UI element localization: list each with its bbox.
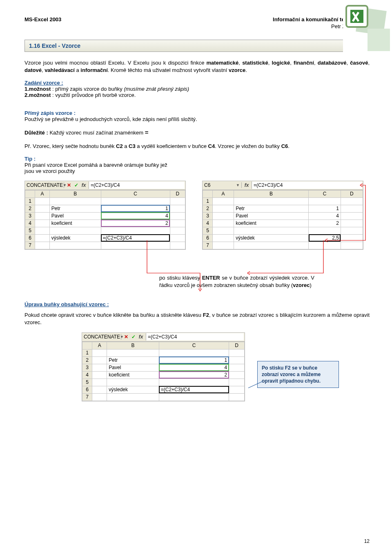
fx-icon[interactable]: fx bbox=[138, 334, 144, 340]
cancel-icon[interactable]: ✕ bbox=[66, 182, 72, 188]
formula-input-bottom[interactable]: =(C2+C3)/C4 bbox=[146, 333, 244, 341]
option-2: 2.možnost : využití průvodce při tvorbě … bbox=[24, 92, 370, 98]
svg-rect-2 bbox=[368, 29, 390, 51]
heading-primy-zapis: Přímý zápis vzorce : bbox=[24, 110, 370, 116]
name-box-bottom[interactable]: CONCATENATE ▼ bbox=[82, 334, 121, 340]
formula-bar-right: C6 ▼ fx =(C2+C3)/C4 bbox=[203, 181, 363, 190]
excel-grid-right[interactable]: ABCD 1 2Petr1 3Pavel4 4koeficient2 5 6vý… bbox=[203, 190, 363, 249]
dropdown-icon[interactable]: ▼ bbox=[236, 183, 240, 187]
header-left: MS-Excel 2003 bbox=[24, 16, 61, 22]
tip-text: Při psaní vzorce Excel pomáhá a barevně … bbox=[24, 162, 172, 174]
formula-bar-left: CONCATENATE ▼ ✕ ✓ fx =(C2+C3)/C4 bbox=[25, 181, 185, 190]
tip-label: Tip : bbox=[24, 156, 172, 162]
decorative-corner-graphic bbox=[343, 4, 392, 53]
heading-uprava: Úprava buňky obsahující vzorec : bbox=[24, 301, 370, 307]
important-note: Důležité : Každý vzorec musí začínat zna… bbox=[24, 128, 370, 137]
intro-paragraph: Vzorce jsou velmi mocnou oblastí Excelu.… bbox=[24, 59, 370, 74]
excel-grid-left[interactable]: ABCD 1 2Petr1 3Pavel4 4koeficient2 5 6vý… bbox=[25, 190, 185, 249]
formula-input-left[interactable]: =(C2+C3)/C4 bbox=[89, 182, 185, 189]
excel-screenshot-editing: CONCATENATE ▼ ✕ ✓ fx =(C2+C3)/C4 ABCD 1 … bbox=[24, 181, 186, 250]
primy-text: Používý se převážně u jednoduchých vzorc… bbox=[24, 116, 370, 122]
confirm-icon[interactable]: ✓ bbox=[130, 334, 137, 340]
example-paragraph: Př. Vzorec, který sečte hodnotu buněk C2… bbox=[24, 143, 370, 150]
f2-callout-box: Po stisku F2 se v buňce zobrazí vzorec a… bbox=[257, 361, 339, 388]
name-box-left[interactable]: CONCATENATE ▼ bbox=[25, 182, 64, 188]
uprava-text: Pokud chcete opravit vzorec v buňce klik… bbox=[24, 311, 370, 326]
header-author: Petr Zlatohlávek bbox=[24, 23, 370, 29]
name-box-right[interactable]: C6 ▼ bbox=[203, 182, 242, 188]
excel-screenshots-row: CONCATENATE ▼ ✕ ✓ fx =(C2+C3)/C4 ABCD 1 … bbox=[24, 181, 370, 250]
formula-bar-bottom: CONCATENATE ▼ ✕ ✓ fx =(C2+C3)/C4 bbox=[82, 333, 245, 342]
fx-icon[interactable]: fx bbox=[80, 182, 87, 188]
cancel-icon[interactable]: ✕ bbox=[123, 334, 129, 340]
option-1: 1.možnost : přímý zapis vzorce do buňky … bbox=[24, 86, 370, 92]
page-number: 12 bbox=[364, 538, 370, 544]
confirm-icon[interactable]: ✓ bbox=[73, 182, 80, 188]
section-title-bar: 1.16 Excel - Vzorce bbox=[24, 40, 370, 52]
excel-screenshot-result: C6 ▼ fx =(C2+C3)/C4 ABCD 1 2Petr1 3Pavel… bbox=[202, 181, 363, 250]
excel-grid-bottom[interactable]: ABCD 1 2Petr1 3Pavel4 4koeficient2 5 6vý… bbox=[82, 342, 245, 401]
excel-screenshot-f2-edit: CONCATENATE ▼ ✕ ✓ fx =(C2+C3)/C4 ABCD 1 … bbox=[82, 332, 245, 401]
formula-input-right[interactable]: =(C2+C3)/C4 bbox=[252, 182, 362, 189]
fx-icon[interactable]: fx bbox=[243, 182, 250, 188]
heading-zadani-vzorce: Zadání vzorce : bbox=[24, 80, 370, 86]
result-caption: po stisku klávesy ENTER se v buňce zobra… bbox=[159, 274, 314, 289]
